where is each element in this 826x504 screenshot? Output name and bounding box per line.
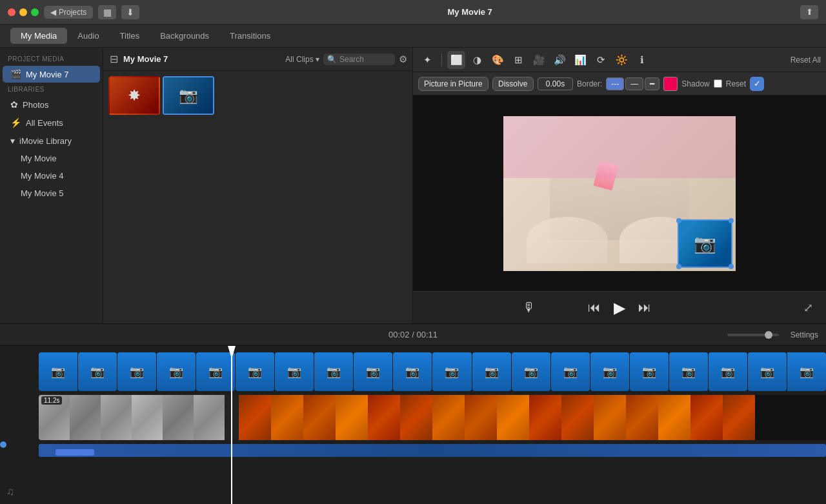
- pip-clip-19[interactable]: 📷: [748, 352, 787, 391]
- pip-corner-bl[interactable]: [676, 264, 681, 269]
- sidebar-item-all-events[interactable]: ⚡ All Events: [3, 114, 100, 131]
- play-button[interactable]: ▶: [614, 299, 625, 317]
- tab-titles[interactable]: Titles: [110, 28, 150, 44]
- grid-view-button[interactable]: ▦: [98, 5, 116, 19]
- all-clips-select[interactable]: All Clips ▾: [285, 55, 319, 64]
- timeline-settings-button[interactable]: Settings: [791, 330, 818, 339]
- noise-button[interactable]: 🔆: [612, 51, 630, 69]
- magic-wand-button[interactable]: ✦: [418, 51, 436, 69]
- border-dashed-button[interactable]: ---: [606, 77, 624, 90]
- pip-mode-select[interactable]: Picture in Picture: [418, 77, 489, 91]
- pip-clip-4[interactable]: 📷: [157, 352, 196, 391]
- sidebar-item-imovie-library[interactable]: ▾ iMovie Library: [3, 132, 100, 149]
- skip-forward-button[interactable]: ⏭: [638, 300, 651, 315]
- main-clip-part2[interactable]: [239, 395, 826, 440]
- media-settings-button[interactable]: ⚙: [399, 54, 407, 65]
- fire-frame-9: [497, 395, 529, 440]
- share-button[interactable]: ⬆: [800, 5, 818, 19]
- pip-clip-17[interactable]: 📷: [669, 352, 708, 391]
- pip-clip-20[interactable]: 📷: [787, 352, 826, 391]
- equalizer-button[interactable]: 📊: [571, 51, 589, 69]
- skip-back-button[interactable]: ⏮: [588, 300, 601, 315]
- dissolve-select[interactable]: Dissolve: [492, 77, 534, 91]
- maximize-button[interactable]: [31, 8, 39, 16]
- download-button[interactable]: ⬇: [121, 5, 139, 19]
- info-button[interactable]: ℹ: [633, 51, 651, 69]
- tab-transitions[interactable]: Transitions: [219, 28, 281, 44]
- border-color-swatch[interactable]: [663, 77, 678, 91]
- fire-frame-14: [658, 395, 690, 440]
- pip-clip-5[interactable]: 📷: [196, 352, 235, 391]
- timeline-header: 00:02 / 00:11 Settings: [0, 324, 826, 346]
- main-clip-container: 11.2s: [39, 395, 826, 440]
- sidebar-item-my-movie-7[interactable]: 🎬 My Movie 7: [3, 66, 100, 83]
- track-label-pip: [0, 352, 35, 359]
- pip-clip-12[interactable]: 📷: [472, 352, 511, 391]
- tab-backgrounds[interactable]: Backgrounds: [150, 28, 219, 44]
- timeline-area: 00:02 / 00:11 Settings 📷: [0, 323, 826, 504]
- timeline-tracks[interactable]: 📷 📷 📷 📷 📷 📷 📷 📷 📷 📷 📷 📷 📷 📷 📷 📷 📷 📷 📷: [0, 346, 826, 504]
- close-button[interactable]: [8, 8, 15, 16]
- playhead[interactable]: [231, 346, 232, 504]
- reset-all-button[interactable]: Reset All: [791, 55, 821, 65]
- pip-clip-15[interactable]: 📷: [590, 352, 629, 391]
- sidebar-item-my-movie[interactable]: My Movie: [3, 150, 100, 166]
- pip-clip-6[interactable]: 📷: [236, 352, 274, 391]
- main-clip-part1[interactable]: 11.2s: [39, 395, 239, 440]
- main-video-track: 11.2s: [39, 395, 826, 440]
- pip-toolbar: Picture in Picture Dissolve Border: --- …: [413, 72, 826, 96]
- pip-corner-br[interactable]: [729, 264, 734, 269]
- collapse-button[interactable]: ⊟: [108, 52, 119, 66]
- pip-clip-8[interactable]: 📷: [314, 352, 353, 391]
- project-media-title: PROJECT MEDIA: [0, 53, 103, 65]
- border-medium-button[interactable]: —: [625, 77, 643, 90]
- tab-my-media[interactable]: My Media: [10, 28, 67, 44]
- audio-track[interactable]: [39, 444, 826, 457]
- projects-button[interactable]: ◀ Projects: [44, 6, 93, 19]
- pip-clip-9[interactable]: 📷: [354, 352, 392, 391]
- photos-label: Photos: [23, 100, 48, 110]
- zoom-thumb[interactable]: [765, 331, 772, 339]
- tab-audio[interactable]: Audio: [67, 28, 109, 44]
- timeline-zoom-slider[interactable]: [727, 334, 779, 336]
- border-thick-button[interactable]: ━: [645, 77, 660, 90]
- pip-clip-16[interactable]: 📷: [630, 352, 669, 391]
- stabilize-button[interactable]: ⟳: [592, 51, 610, 69]
- pip-clip-7[interactable]: 📷: [275, 352, 314, 391]
- fire-frame-5: [368, 395, 400, 440]
- pip-corner-tl[interactable]: [676, 218, 681, 223]
- audio-button[interactable]: 🔊: [550, 51, 569, 69]
- duration-input[interactable]: [538, 77, 573, 90]
- search-input[interactable]: [339, 55, 391, 64]
- minimize-button[interactable]: [19, 8, 27, 16]
- frame-3: [101, 395, 132, 440]
- pip-clip-3[interactable]: 📷: [117, 352, 156, 391]
- shadow-checkbox[interactable]: [714, 79, 722, 88]
- done-checkmark-button[interactable]: ✓: [750, 77, 764, 91]
- pip-clip-13[interactable]: 📷: [512, 352, 550, 391]
- video-cam-button[interactable]: 🎥: [530, 51, 548, 69]
- sidebar-item-my-movie-4[interactable]: My Movie 4: [3, 168, 100, 184]
- black-white-button[interactable]: ◑: [468, 51, 486, 69]
- reset-button[interactable]: Reset: [726, 79, 746, 88]
- crop-tool-button[interactable]: ⊞: [509, 51, 527, 69]
- pip-clip-10[interactable]: 📷: [393, 352, 432, 391]
- pip-clip-2[interactable]: 📷: [78, 352, 117, 391]
- pip-overlay[interactable]: 📷: [678, 219, 732, 268]
- fullscreen-button[interactable]: ⤢: [803, 301, 813, 315]
- audio-clip-small: [55, 449, 94, 456]
- color-correct-button[interactable]: 🎨: [489, 51, 507, 69]
- media-clip-firework[interactable]: ✸: [108, 76, 160, 115]
- pip-clip-14[interactable]: 📷: [551, 352, 590, 391]
- pip-corner-tr[interactable]: [729, 218, 734, 223]
- pip-clip-1[interactable]: 📷: [39, 352, 77, 391]
- mic-button[interactable]: 🎙: [523, 300, 536, 315]
- crop-button[interactable]: ⬜: [447, 51, 465, 69]
- sidebar-item-photos[interactable]: ✿ Photos: [3, 96, 100, 113]
- pip-clip-18[interactable]: 📷: [709, 352, 747, 391]
- track-point[interactable]: [0, 441, 6, 448]
- pip-clip-11[interactable]: 📷: [432, 352, 471, 391]
- sidebar-item-my-movie-5[interactable]: My Movie 5: [3, 185, 100, 201]
- media-clip-camera[interactable]: 📷: [163, 76, 214, 115]
- playback-controls: 🎙 ⏮ ▶ ⏭ ⤢: [413, 291, 826, 323]
